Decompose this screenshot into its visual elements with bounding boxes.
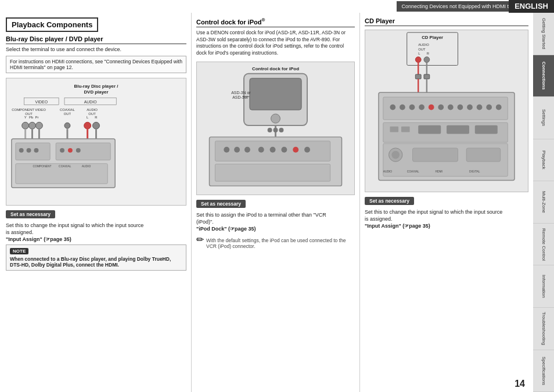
svg-rect-95	[401, 127, 410, 132]
cd-diagram: CD Player AUDIO OUT L R	[365, 30, 528, 192]
svg-text:HDMI: HDMI	[435, 170, 442, 173]
svg-point-86	[448, 105, 454, 110]
set-necessary-label-right: Set as necessary	[365, 197, 414, 205]
tab-connections[interactable]: Connections	[533, 55, 554, 98]
svg-point-36	[60, 148, 64, 153]
svg-rect-101	[412, 148, 458, 161]
section-title: Playback Components	[12, 20, 92, 29]
svg-point-38	[76, 148, 81, 153]
svg-point-63	[304, 147, 310, 153]
control-dock-title: Control dock for iPod®	[196, 17, 355, 27]
svg-point-22	[93, 122, 100, 129]
svg-text:AUDIO: AUDIO	[418, 43, 429, 46]
svg-point-85	[438, 105, 444, 110]
svg-point-62	[293, 147, 298, 153]
svg-point-80	[390, 105, 395, 110]
tab-troubleshooting[interactable]: Troubleshooting	[533, 308, 554, 350]
tab-getting-started[interactable]: Getting Started	[533, 13, 554, 55]
tab-specifications[interactable]: Specifications	[533, 350, 554, 393]
svg-point-84	[429, 105, 434, 110]
svg-text:Y: Y	[24, 116, 27, 119]
default-note: With the default settings, the iPod can …	[206, 238, 355, 249]
svg-text:COAXIAL: COAXIAL	[407, 170, 419, 173]
svg-point-21	[84, 122, 91, 129]
svg-point-70	[415, 57, 421, 63]
svg-text:R: R	[95, 116, 98, 119]
svg-point-34	[27, 148, 31, 153]
svg-text:OUT: OUT	[418, 48, 426, 51]
svg-point-60	[270, 147, 276, 153]
svg-text:DIGITAL: DIGITAL	[469, 170, 480, 173]
svg-point-71	[424, 57, 430, 63]
svg-point-57	[234, 147, 240, 153]
svg-text:VIDEO: VIDEO	[35, 100, 48, 104]
tab-information[interactable]: Information	[533, 265, 554, 308]
svg-text:CD Player: CD Player	[422, 35, 443, 40]
svg-point-35	[34, 148, 38, 153]
svg-point-52	[279, 128, 283, 132]
svg-point-58	[244, 147, 250, 153]
svg-rect-94	[390, 127, 398, 132]
section-title-box: Playback Components	[6, 17, 98, 32]
set-text-mid-2: (iPod)".	[196, 219, 355, 225]
svg-text:AUDIO: AUDIO	[383, 170, 393, 173]
set-text-right-3: "Input Assign" (☞page 35)	[365, 223, 528, 229]
set-necessary-label-mid: Set as necessary	[196, 200, 246, 208]
ipod-diagram: Control dock for iPod ASD-3N or ASD-3W	[196, 62, 355, 195]
svg-point-18	[29, 122, 36, 129]
svg-rect-74	[415, 74, 421, 79]
main-content: Playback Components Blu-ray Disc player …	[0, 13, 533, 392]
svg-rect-102	[466, 148, 501, 161]
svg-point-83	[419, 105, 425, 110]
set-text-left-2: is assigned.	[6, 229, 186, 235]
tab-remote-control[interactable]: Remote Control	[533, 224, 554, 266]
control-dock-desc: Use a DENON control dock for iPod (ASD-1…	[196, 30, 355, 57]
set-text-left-1: Set this to change the input signal to w…	[6, 222, 186, 228]
svg-rect-75	[424, 74, 430, 79]
svg-text:COAXIAL: COAXIAL	[60, 108, 75, 112]
tab-settings[interactable]: Settings	[533, 97, 554, 139]
set-text-mid-1: Set this to assign the iPod to a termina…	[196, 212, 355, 218]
svg-text:COAXIAL: COAXIAL	[59, 165, 71, 168]
svg-text:DVD player: DVD player	[84, 89, 108, 95]
svg-point-56	[224, 147, 229, 153]
svg-rect-98	[475, 125, 498, 134]
svg-rect-97	[447, 125, 469, 134]
set-text-mid-3: "iPod Dock" (☞page 35)	[196, 226, 355, 232]
english-badge: ENGLISH	[509, 0, 554, 13]
right-column: CD Player CD Player AUDIO OUT L R	[360, 13, 533, 392]
tab-playback[interactable]: Playback	[533, 139, 554, 182]
instruction-text: Select the terminal to use and connect t…	[6, 46, 186, 52]
svg-point-19	[35, 122, 42, 129]
svg-rect-44	[250, 78, 301, 110]
left-column: Playback Components Blu-ray Disc player …	[0, 13, 192, 392]
note-label: NOTE	[10, 248, 28, 254]
subsection-title: Blu-ray Disc player / DVD player	[6, 35, 186, 44]
right-tabs: Getting Started Connections Settings Pla…	[533, 13, 554, 392]
svg-text:AUDIO: AUDIO	[82, 165, 91, 168]
svg-text:COMPONENT: COMPONENT	[33, 165, 52, 168]
middle-column: Control dock for iPod® Use a DENON contr…	[192, 13, 360, 392]
top-header: Connecting Devices not Equipped with HDM…	[0, 0, 554, 13]
svg-text:R: R	[427, 52, 429, 55]
set-text-right-1: Set this to change the input signal to w…	[365, 209, 528, 215]
page-number: 14	[515, 379, 525, 389]
note-text: When connected to a Blu-ray Disc player,…	[10, 256, 182, 268]
svg-point-91	[496, 105, 502, 110]
svg-point-89	[477, 105, 483, 110]
svg-text:Blu-ray Disc player /: Blu-ray Disc player /	[74, 84, 118, 89]
svg-text:COMPONENT VIDEO: COMPONENT VIDEO	[12, 108, 46, 112]
tab-multi-zone[interactable]: Multi-Zone	[533, 181, 554, 224]
svg-point-50	[268, 128, 272, 132]
svg-point-59	[258, 147, 264, 153]
set-necessary-label-left: Set as necessary	[6, 210, 55, 218]
svg-text:Pr: Pr	[35, 116, 38, 119]
svg-point-87	[458, 105, 463, 110]
svg-text:Control dock for iPod: Control dock for iPod	[252, 66, 299, 71]
svg-point-61	[281, 147, 287, 153]
svg-text:L: L	[418, 52, 420, 55]
bluray-diagram: Blu-ray Disc player / DVD player VIDEO A…	[6, 78, 186, 206]
svg-point-81	[400, 105, 405, 110]
hdmi-note-box: For instructions on HDMI connections, se…	[6, 56, 186, 73]
svg-point-20	[64, 123, 70, 128]
